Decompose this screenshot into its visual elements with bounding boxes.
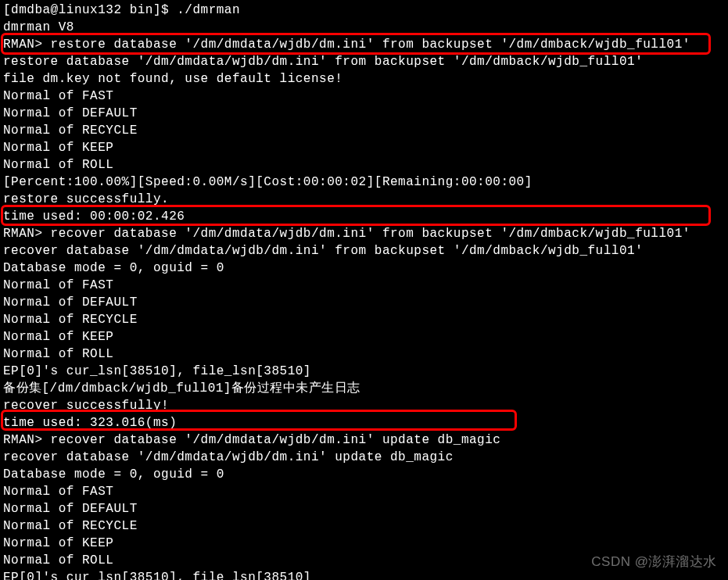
rman-prompt: RMAN> — [3, 225, 51, 242]
rman-command-line: RMAN> recover database '/dm/dmdata/wjdb/… — [3, 431, 725, 449]
rman-prompt: RMAN> — [3, 431, 51, 449]
output-line: Normal of RECYCLE — [3, 517, 725, 535]
output-line: Normal of KEEP — [3, 139, 725, 156]
output-line: 备份集[/dm/dmback/wjdb_full01]备份过程中未产生日志 — [3, 380, 725, 397]
output-line: Normal of DEFAULT — [3, 500, 725, 517]
output-line: Normal of ROLL — [3, 156, 725, 174]
output-line: restore successfully. — [3, 191, 725, 208]
output-line: Normal of RECYCLE — [3, 311, 725, 328]
output-line: Normal of KEEP — [3, 328, 725, 345]
output-line: time used: 323.016(ms) — [3, 414, 725, 431]
output-line: recover database '/dm/dmdata/wjdb/dm.ini… — [3, 449, 725, 466]
rman-command-line: RMAN> restore database '/dm/dmdata/wjdb/… — [3, 36, 725, 53]
terminal-window[interactable]: [dmdba@linux132 bin]$ ./dmrman dmrman V8… — [3, 2, 725, 580]
output-line: Normal of RECYCLE — [3, 122, 725, 139]
output-line: Normal of KEEP — [3, 535, 725, 552]
output-line: dmrman V8 — [3, 19, 725, 36]
rman-command-restore: restore database '/dm/dmdata/wjdb/dm.ini… — [51, 36, 690, 53]
output-line: Normal of ROLL — [3, 345, 725, 363]
shell-prompt-line: [dmdba@linux132 bin]$ ./dmrman — [3, 2, 725, 19]
output-line: restore database '/dm/dmdata/wjdb/dm.ini… — [3, 53, 725, 70]
rman-command-line: RMAN> recover database '/dm/dmdata/wjdb/… — [3, 225, 725, 242]
output-line: Database mode = 0, oguid = 0 — [3, 466, 725, 483]
output-line: Database mode = 0, oguid = 0 — [3, 260, 725, 277]
watermark-text: CSDN @澎湃溜达水 — [591, 553, 717, 571]
rman-command-update-magic: recover database '/dm/dmdata/wjdb/dm.ini… — [51, 431, 501, 449]
output-line: file dm.key not found, use default licen… — [3, 70, 725, 88]
output-line: EP[0]'s cur_lsn[38510], file_lsn[38510] — [3, 363, 725, 380]
output-line: Normal of FAST — [3, 277, 725, 294]
progress-line: [Percent:100.00%][Speed:0.00M/s][Cost:00… — [3, 174, 725, 191]
output-line: time used: 00:00:02.426 — [3, 208, 725, 225]
output-line: EP[0]'s cur_lsn[38510], file_lsn[38510] — [3, 569, 725, 580]
rman-command-recover: recover database '/dm/dmdata/wjdb/dm.ini… — [51, 225, 690, 242]
output-line: Normal of FAST — [3, 88, 725, 105]
output-line: Normal of DEFAULT — [3, 105, 725, 122]
rman-prompt: RMAN> — [3, 36, 51, 53]
output-line: Normal of DEFAULT — [3, 294, 725, 311]
output-line: recover database '/dm/dmdata/wjdb/dm.ini… — [3, 242, 725, 260]
output-line: recover successfully! — [3, 397, 725, 414]
output-line: Normal of FAST — [3, 483, 725, 500]
